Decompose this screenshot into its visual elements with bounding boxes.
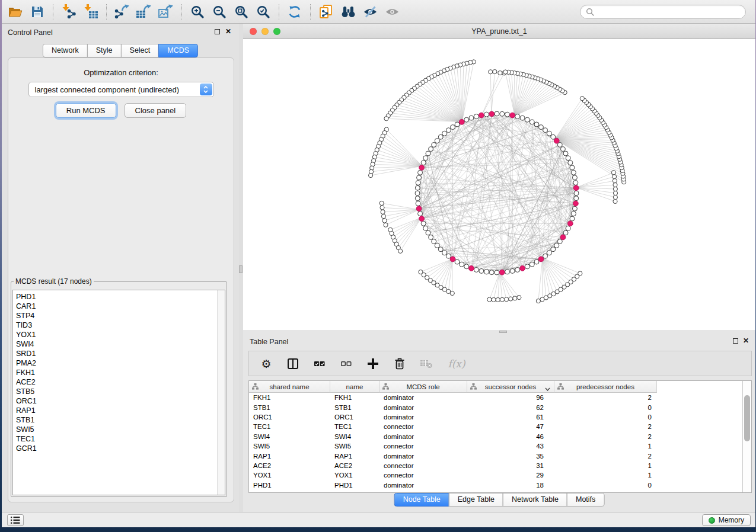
network-dominator-node[interactable]	[479, 113, 484, 118]
mcds-list-scrollbar[interactable]	[217, 290, 225, 495]
network-leaf-node[interactable]	[489, 70, 493, 74]
network-node[interactable]	[455, 259, 460, 264]
network-leaf-node[interactable]	[611, 171, 615, 175]
network-dominator-node[interactable]	[419, 165, 425, 171]
network-node[interactable]	[510, 268, 515, 273]
network-node[interactable]	[515, 114, 520, 119]
table-row[interactable]: STB1STB1dominator620	[249, 402, 742, 412]
network-node[interactable]	[416, 201, 420, 206]
zoom-fit-button[interactable]	[232, 3, 250, 21]
network-dominator-node[interactable]	[416, 206, 422, 211]
import-table-button[interactable]	[82, 3, 100, 21]
network-node[interactable]	[464, 264, 469, 269]
mcds-result-item[interactable]: YOX1	[13, 330, 225, 339]
network-node[interactable]	[571, 211, 576, 216]
network-dominator-node[interactable]	[573, 201, 578, 206]
network-node[interactable]	[423, 156, 428, 161]
search-network-button[interactable]	[339, 3, 357, 21]
network-node[interactable]	[442, 251, 447, 255]
select-all-button[interactable]	[313, 357, 326, 370]
network-node[interactable]	[464, 117, 469, 122]
mcds-result-item[interactable]: ORC1	[13, 396, 225, 406]
export-table-button[interactable]	[135, 3, 153, 21]
tab-select[interactable]: Select	[121, 44, 160, 57]
table-row[interactable]: PHD1PHD1dominator180	[249, 480, 742, 490]
open-file-button[interactable]	[7, 3, 24, 21]
column-settings-button[interactable]: ⚙	[260, 357, 273, 370]
network-node[interactable]	[435, 243, 439, 248]
network-node[interactable]	[572, 206, 577, 211]
network-node[interactable]	[484, 112, 489, 117]
network-leaf-node[interactable]	[509, 297, 513, 301]
network-node[interactable]	[451, 125, 455, 130]
column-header-successor-nodes[interactable]: successor nodes	[467, 381, 554, 393]
mcds-result-item[interactable]: SWI5	[13, 425, 225, 434]
network-node[interactable]	[574, 191, 579, 196]
zoom-selected-button[interactable]	[254, 3, 272, 21]
network-leaf-node[interactable]	[613, 187, 617, 191]
mcds-result-item[interactable]: TID3	[13, 321, 225, 330]
network-node[interactable]	[415, 185, 420, 190]
table-scrollbar[interactable]	[742, 381, 751, 492]
network-leaf-node[interactable]	[487, 297, 492, 302]
network-leaf-node[interactable]	[505, 297, 509, 302]
export-image-button[interactable]	[157, 3, 175, 21]
tab-mcds[interactable]: MCDS	[158, 44, 198, 57]
network-node[interactable]	[570, 216, 575, 221]
mcds-result-list[interactable]: PHD1CAR1STP4TID3YOX1SWI4SRD1PMA2FKH1ACE2…	[12, 290, 225, 495]
network-node[interactable]	[438, 134, 443, 139]
network-leaf-node[interactable]	[613, 195, 617, 199]
mcds-result-item[interactable]: ACE2	[13, 377, 225, 387]
network-node[interactable]	[572, 175, 577, 180]
network-node[interactable]	[525, 117, 529, 122]
network-leaf-node[interactable]	[517, 295, 521, 299]
network-leaf-node[interactable]	[492, 297, 496, 302]
network-node[interactable]	[534, 259, 539, 264]
network-leaf-node[interactable]	[498, 70, 502, 75]
add-row-button[interactable]	[366, 357, 379, 370]
network-node[interactable]	[415, 191, 420, 196]
network-leaf-node[interactable]	[613, 178, 617, 182]
show-all-button[interactable]	[383, 3, 401, 21]
network-graph[interactable]	[243, 39, 755, 330]
network-leaf-node[interactable]	[382, 219, 387, 223]
network-node[interactable]	[432, 239, 436, 244]
network-node[interactable]	[432, 142, 436, 147]
network-node[interactable]	[505, 270, 509, 274]
network-node[interactable]	[423, 226, 428, 230]
network-node[interactable]	[495, 111, 499, 116]
float-panel-icon[interactable]	[215, 29, 220, 34]
network-node[interactable]	[460, 262, 464, 267]
table-tab-motifs[interactable]: Motifs	[567, 493, 604, 507]
run-mcds-button[interactable]: Run MCDS	[56, 103, 116, 118]
network-leaf-node[interactable]	[384, 223, 388, 227]
network-node[interactable]	[534, 122, 539, 127]
table-row[interactable]: ACE2ACE2connector311	[249, 461, 742, 470]
network-node[interactable]	[479, 268, 484, 273]
network-node[interactable]	[543, 128, 548, 133]
network-dominator-node[interactable]	[567, 221, 573, 226]
network-canvas[interactable]	[243, 39, 755, 330]
mcds-result-item[interactable]: GCR1	[13, 444, 225, 453]
table-row[interactable]: SWI4SWI4dominator462	[249, 432, 742, 441]
tab-style[interactable]: Style	[87, 44, 122, 57]
network-dominator-node[interactable]	[538, 257, 544, 262]
network-node[interactable]	[500, 111, 505, 116]
network-leaf-node[interactable]	[379, 201, 384, 205]
clone-network-button[interactable]	[317, 3, 335, 21]
tab-network[interactable]: Network	[43, 44, 88, 57]
search-input[interactable]	[597, 8, 740, 16]
column-header-MCDS-role[interactable]: MCDS role	[379, 381, 467, 393]
network-dominator-node[interactable]	[573, 185, 579, 191]
vertical-splitter[interactable]	[239, 24, 243, 512]
network-node[interactable]	[446, 254, 451, 258]
mcds-result-item[interactable]: STB1	[13, 415, 225, 425]
network-leaf-node[interactable]	[503, 70, 508, 74]
zoom-out-button[interactable]	[210, 3, 228, 21]
splitter-grip[interactable]	[239, 265, 243, 273]
network-leaf-node[interactable]	[613, 199, 617, 203]
task-history-button[interactable]	[7, 514, 24, 526]
network-node[interactable]	[538, 125, 543, 130]
network-node[interactable]	[446, 128, 451, 133]
network-leaf-node[interactable]	[380, 206, 384, 210]
